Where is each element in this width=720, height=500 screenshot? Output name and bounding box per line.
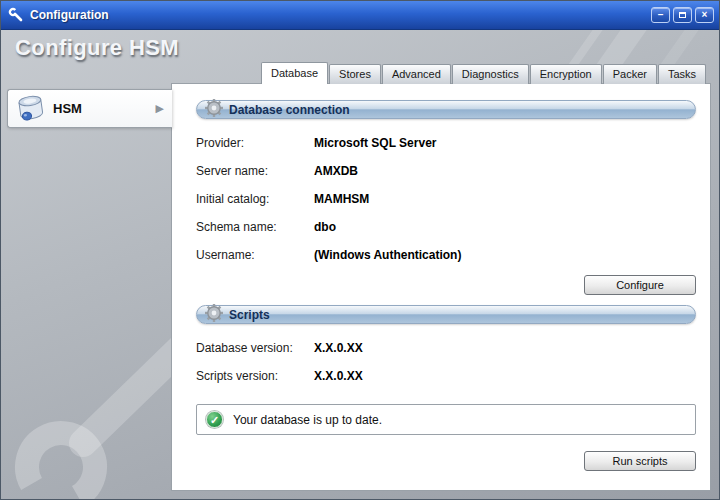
tab-tasks[interactable]: Tasks [658,64,706,84]
field-label: Initial catalog: [196,192,314,206]
field-initial-catalog: Initial catalog: MAMHSM [196,185,696,213]
field-value: X.X.0.XX [314,341,363,355]
tab-diagnostics[interactable]: Diagnostics [452,64,529,84]
content-panel: Database connection Provider: Microsoft … [171,83,711,491]
tab-encryption[interactable]: Encryption [530,64,602,84]
field-label: Provider: [196,136,314,150]
configure-button[interactable]: Configure [584,275,696,295]
tab-stores[interactable]: Stores [329,64,381,84]
tab-advanced[interactable]: Advanced [382,64,451,84]
field-value: MAMHSM [314,192,369,206]
database-status-box: ✓ Your database is up to date. [196,404,696,435]
titlebar[interactable]: Configuration – × [1,1,719,30]
database-icon [14,94,48,124]
maximize-icon [679,12,686,18]
tab-panel-database: Database connection Provider: Microsoft … [172,84,710,490]
tab-database[interactable]: Database [261,62,328,84]
field-server-name: Server name: AMXDB [196,157,696,185]
tab-bar: Database Stores Advanced Diagnostics Enc… [261,62,707,84]
field-scripts-version: Scripts version: X.X.0.XX [196,362,696,390]
field-label: Username: [196,248,314,262]
field-value: (Windows Authentication) [314,248,461,262]
close-button[interactable]: × [695,7,714,23]
field-username: Username: (Windows Authentication) [196,241,696,269]
close-icon: × [702,9,708,20]
minimize-icon: – [658,9,664,20]
field-provider: Provider: Microsoft SQL Server [196,129,696,157]
configuration-window: Configuration – × Configure HSM Database… [0,0,720,500]
gear-icon [203,302,225,324]
success-icon: ✓ [206,411,223,428]
sidebar-item-label: HSM [53,101,156,116]
configure-button-row: Configure [196,275,696,295]
tab-packer[interactable]: Packer [603,64,657,84]
status-text: Your database is up to date. [233,413,382,427]
minimize-button[interactable]: – [651,7,670,23]
wrench-icon [8,7,24,23]
field-label: Schema name: [196,220,314,234]
field-value: X.X.0.XX [314,369,363,383]
section-title: Database connection [229,103,350,117]
field-value: dbo [314,220,336,234]
field-value: AMXDB [314,164,358,178]
run-scripts-button-row: Run scripts [196,451,696,471]
field-label: Server name: [196,164,314,178]
field-value: Microsoft SQL Server [314,136,436,150]
field-label: Scripts version: [196,369,314,383]
run-scripts-button[interactable]: Run scripts [584,451,696,471]
field-database-version: Database version: X.X.0.XX [196,334,696,362]
chevron-right-icon: ▶ [156,102,164,115]
section-header-scripts: Scripts [196,305,696,324]
sidebar-item-hsm[interactable]: HSM ▶ [7,89,172,128]
field-label: Database version: [196,341,314,355]
page-title: Configure HSM [15,35,179,61]
field-schema-name: Schema name: dbo [196,213,696,241]
section-title: Scripts [229,308,270,322]
window-title: Configuration [30,8,648,22]
gear-icon [203,97,225,119]
section-header-database-connection: Database connection [196,100,696,119]
maximize-button[interactable] [673,7,692,23]
